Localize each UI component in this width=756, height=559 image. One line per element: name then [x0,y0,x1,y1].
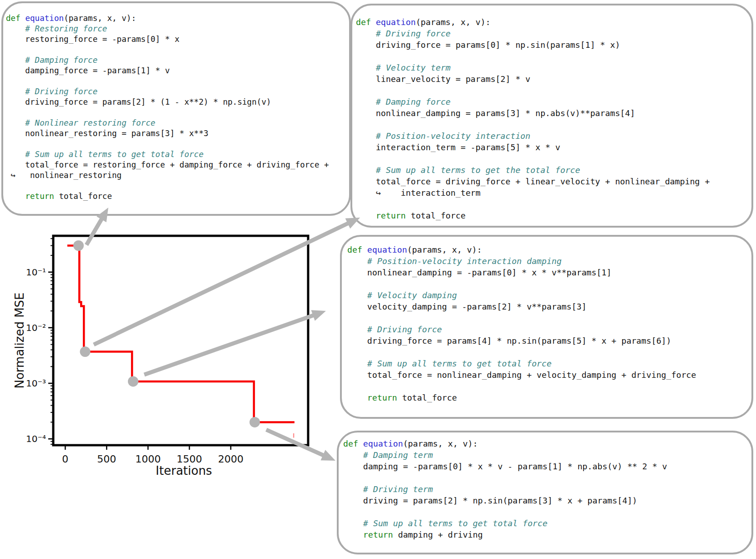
y-tick-label: 10⁻² [26,322,46,333]
code-line: # Position-velocity interaction [356,130,749,142]
code-line [356,119,749,130]
code-line: restoring_force = -params[0] * x [6,34,346,45]
code-line [6,107,346,118]
code-line: total_force = restoring_force + damping_… [6,160,346,170]
code-line: total_force = nonlinear_damping + veloci… [347,369,749,381]
code-line: return total_force [6,191,346,202]
code-line [356,51,749,62]
figure-canvas: def equation(params, x, v): # Restoring … [0,0,756,559]
code-line: # Sum up all terms to get total force [6,149,346,160]
code-line [347,278,749,290]
code-line: # Sum up all terms to get total force [343,518,749,529]
code-line: def equation(params, x, v): [343,438,749,449]
code-box-stage-2: def equation(params, x, v): # Driving fo… [350,4,753,228]
x-tick-label: 500 [97,453,116,465]
code-line [347,381,749,392]
code-line: # Driving term [343,483,749,495]
y-axis-label: Normalized MSE [13,292,26,388]
code-line: # Position-velocity interaction damping [347,255,749,267]
code-line [343,506,749,518]
code-line: # Driving force [347,324,749,335]
y-tick-label: 10⁻³ [26,378,46,389]
code-line: interaction_term = -params[5] * x * v [356,142,749,153]
code-line [347,346,749,358]
code-line: def equation(params, x, v): [6,13,346,24]
code-line: # Driving force [356,28,749,39]
code-line: linear_velocity = params[2] * v [356,73,749,85]
code-line [356,198,749,210]
code-line [6,76,346,86]
code-line: return damping + driving [343,529,749,540]
code-line: # Damping term [343,449,749,461]
code-line: nonlinear_damping = params[3] * np.abs(v… [356,107,749,119]
code-line [356,85,749,96]
code-line [6,45,346,55]
code-line [6,139,346,149]
code-box-stage-1: def equation(params, x, v): # Restoring … [1,1,351,216]
code-line: def equation(params, x, v): [347,244,749,255]
code-line: # Sum up all terms to get total force [347,358,749,369]
code-line: total_force = driving_force + linear_vel… [356,176,749,187]
code-line: damping = -params[0] * x * v - params[1]… [343,461,749,472]
code-line: # Velocity term [356,62,749,73]
mse-curve [67,246,294,422]
code-line [347,312,749,324]
stage-marker [73,240,84,251]
code-box-stage-3: def equation(params, x, v): # Position-v… [340,235,753,419]
code-line: driving_force = params[4] * np.sin(param… [347,335,749,346]
plot-border [53,236,308,445]
code-line: return total_force [347,392,749,403]
code-line: # Damping force [356,96,749,107]
code-line: # Velocity damping [347,290,749,301]
code-line: return total_force [356,210,749,221]
code-line: driving = params[2] * np.sin(params[3] *… [343,495,749,506]
code-line: # Nonlinear restoring force [6,118,346,128]
x-tick-label: 2000 [218,453,244,465]
code-line: ↪ nonlinear_restoring [6,170,346,181]
code-line [6,181,346,191]
y-tick-label: 10⁻¹ [26,267,46,278]
x-tick-label: 0 [62,453,68,465]
mse-chart: 10⁻¹10⁻²10⁻³10⁻⁴0500100015002000Iteratio… [0,214,323,487]
x-tick-label: 1000 [135,453,161,465]
x-axis-label: Iterations [156,464,212,478]
code-line [356,153,749,164]
code-line: nonlinear_damping = -params[0] * x * v**… [347,267,749,278]
x-tick-label: 1500 [177,453,202,465]
code-line: # Damping force [6,55,346,66]
code-line: # Sum up all terms to get the total forc… [356,164,749,176]
code-line: # Restoring force [6,24,346,34]
stage-marker [128,376,138,386]
code-line: ↪ interaction_term [356,187,749,198]
code-line: damping_force = -params[1] * v [6,66,346,76]
code-line: driving_force = params[2] * (1 - x**2) *… [6,97,346,107]
stage-marker [80,346,91,357]
code-line: velocity_damping = -params[2] * v**param… [347,301,749,312]
code-line: nonlinear_restoring = params[3] * x**3 [6,128,346,139]
code-box-stage-4: def equation(params, x, v): # Damping te… [337,431,753,554]
code-line: driving_force = params[0] * np.sin(param… [356,39,749,51]
code-line: # Driving force [6,86,346,97]
code-line: def equation(params, x, v): [356,16,749,28]
code-line [343,472,749,483]
y-tick-label: 10⁻⁴ [26,433,46,444]
stage-marker [249,417,260,427]
